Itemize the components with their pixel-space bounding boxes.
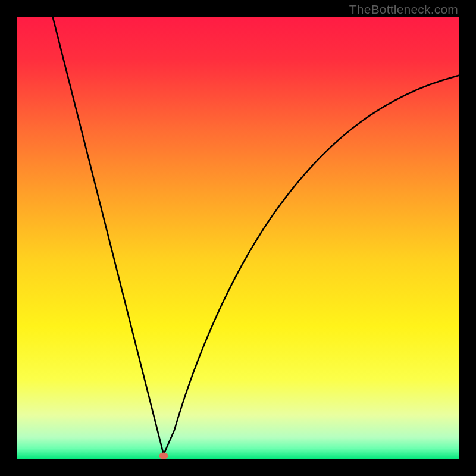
plot-area xyxy=(17,17,459,459)
chart-frame: TheBottleneck.com xyxy=(0,0,476,476)
curve-layer xyxy=(17,17,459,459)
bottleneck-curve xyxy=(51,17,459,455)
curve-marker xyxy=(159,452,168,459)
watermark-text: TheBottleneck.com xyxy=(349,2,458,17)
